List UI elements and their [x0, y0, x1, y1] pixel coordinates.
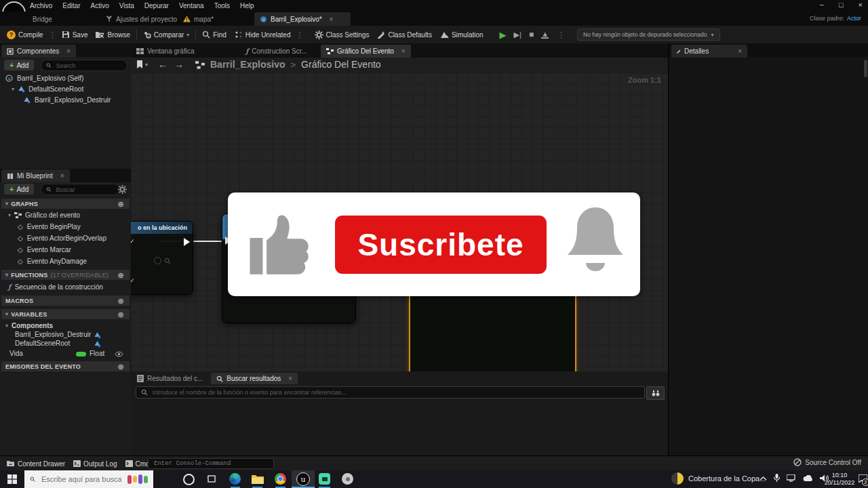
taskbar-search-input[interactable]: [40, 474, 123, 484]
event-row-overlap[interactable]: ◇ Evento ActorBeginOverlap: [18, 235, 106, 242]
eject-button[interactable]: ▲: [541, 31, 549, 39]
details-scrollbar[interactable]: [864, 60, 867, 77]
menu-item-ventana[interactable]: Ventana: [179, 2, 204, 9]
taskbar-search-box[interactable]: [24, 470, 153, 488]
add-dispatcher-icon[interactable]: ⊕: [118, 363, 124, 371]
save-button[interactable]: Save: [58, 27, 92, 42]
components-add-button[interactable]: + Add: [4, 60, 34, 70]
frame-skip-button[interactable]: ▶|: [514, 30, 521, 39]
onedrive-cloud-icon[interactable]: [803, 475, 813, 482]
tab-event-graph[interactable]: Gráfico Del Evento ×: [321, 45, 411, 58]
my-blueprint-add-button[interactable]: + Add: [4, 184, 34, 195]
menu-item-vista[interactable]: Vista: [119, 2, 134, 9]
menu-item-activo[interactable]: Activo: [90, 2, 108, 9]
file-explorer-icon[interactable]: [252, 474, 264, 484]
tab-find-results[interactable]: Buscar resultados ×: [211, 373, 298, 384]
expand-caret-icon[interactable]: ▾: [8, 212, 11, 218]
menu-item-editar[interactable]: Editar: [62, 2, 80, 9]
var-row-destruir[interactable]: Barril_Explosivo_Destruir: [15, 331, 127, 338]
start-button-icon[interactable]: [7, 474, 17, 484]
nav-back-icon[interactable]: ←: [158, 59, 167, 70]
my-blueprint-close-icon[interactable]: ×: [60, 172, 64, 180]
expand-caret-icon[interactable]: ▾: [5, 323, 8, 329]
eye-icon[interactable]: [115, 351, 123, 357]
details-panel-tab[interactable]: Detalles ×: [671, 45, 747, 58]
expand-caret-icon[interactable]: ▾: [12, 86, 14, 92]
tab-close-icon[interactable]: ×: [401, 47, 406, 55]
tab-construction-script[interactable]: ƒ Construction Scr...: [243, 45, 310, 58]
clock-date[interactable]: 20/11/2022: [822, 479, 857, 487]
add-graph-icon[interactable]: ⊕: [118, 200, 124, 209]
filter-gear-icon[interactable]: [118, 185, 127, 194]
tree-row-destruir[interactable]: Barril_Explosivo_Destruir: [23, 96, 111, 104]
my-blueprint-search[interactable]: [41, 184, 119, 195]
event-row-anydamage[interactable]: ◇ Evento AnyDamage: [18, 258, 87, 265]
bookmark-icon[interactable]: [136, 60, 143, 69]
find-button[interactable]: Find: [198, 27, 230, 42]
breadcrumb-root[interactable]: Barril_Explosivo: [210, 59, 285, 70]
construction-script-row[interactable]: ƒ Secuencia de la construcción: [8, 283, 103, 291]
tab-bridge[interactable]: Bridge: [27, 12, 58, 26]
tab-blueprint-barril-explosivo[interactable]: u Barril_Explosivo* ×: [254, 12, 351, 26]
epic-app-icon[interactable]: [342, 473, 353, 485]
source-control-label[interactable]: Source Control Off: [805, 459, 861, 466]
hide-unrelated-kebab-icon[interactable]: ⋮: [295, 30, 305, 39]
variables-section-header[interactable]: ▾VARIABLES ⊕: [1, 309, 130, 319]
components-search[interactable]: [41, 60, 127, 71]
menu-item-help[interactable]: Help: [240, 2, 254, 9]
menu-item-archivo[interactable]: Archivo: [30, 2, 52, 9]
window-maximize-button[interactable]: □: [839, 1, 844, 9]
browse-button[interactable]: Browse: [92, 27, 134, 42]
tab-project-settings[interactable]: Ajustes del proyecto: [100, 12, 182, 26]
tab-map[interactable]: mapa*: [178, 12, 219, 26]
menu-item-depurar[interactable]: Depurar: [144, 2, 169, 9]
compare-button[interactable]: Comparar ▾: [139, 27, 193, 42]
play-button[interactable]: ▶: [500, 30, 507, 40]
play-options-kebab-icon[interactable]: ⋮: [556, 30, 566, 39]
subscribe-button[interactable]: Suscribete: [335, 216, 547, 274]
edge-icon[interactable]: [229, 473, 241, 485]
tab-viewport[interactable]: Ventana gráfica: [134, 45, 197, 58]
content-drawer-button[interactable]: Content Drawer: [3, 456, 69, 471]
window-minimize-button[interactable]: −: [819, 1, 823, 9]
details-close-icon[interactable]: ×: [738, 47, 742, 55]
tree-row-scene-root[interactable]: ▾ DefaultSceneRoot: [12, 85, 83, 93]
tab-compiler-results[interactable]: Resultados del c...: [134, 373, 205, 384]
tab-close-icon[interactable]: ×: [330, 16, 334, 23]
clock-time[interactable]: 10:10: [822, 472, 857, 479]
find-references-input[interactable]: [151, 388, 639, 396]
tab-close-icon[interactable]: ×: [288, 375, 292, 382]
chrome-icon[interactable]: [275, 473, 286, 485]
class-defaults-button[interactable]: Class Defaults: [373, 27, 435, 42]
menu-item-tools[interactable]: Tools: [214, 2, 230, 9]
event-row-marcar[interactable]: ◇ Evento Marcar: [18, 246, 71, 253]
add-variable-icon[interactable]: ⊕: [118, 310, 124, 319]
stop-button[interactable]: ■: [529, 30, 534, 39]
microphone-icon[interactable]: [774, 474, 780, 483]
add-macro-icon[interactable]: ⊕: [118, 297, 124, 306]
news-widget[interactable]: Cobertura de la Copa...: [671, 472, 766, 485]
display-network-icon[interactable]: [787, 474, 796, 482]
exec-out-pin[interactable]: [184, 238, 190, 246]
window-close-button[interactable]: ×: [859, 1, 863, 9]
tray-expand-icon[interactable]: [760, 476, 767, 481]
output-log-button[interactable]: Output Log: [69, 456, 121, 471]
class-settings-button[interactable]: Class Settings: [311, 27, 374, 42]
macros-section-header[interactable]: MACROS ⊕: [1, 296, 130, 306]
bookmark-chevron-icon[interactable]: ▾: [145, 62, 148, 68]
nav-forward-icon[interactable]: →: [174, 59, 184, 70]
event-graph-row[interactable]: ▾ Gráfico del evento: [8, 211, 80, 219]
my-blueprint-panel-tab[interactable]: Mi Blueprint ×: [1, 169, 70, 182]
task-view-icon[interactable]: [207, 474, 216, 483]
global-find-button[interactable]: [646, 386, 665, 400]
cortana-icon[interactable]: [183, 474, 195, 485]
var-row-vida[interactable]: Vida Float: [9, 350, 126, 359]
components-close-icon[interactable]: ×: [66, 47, 71, 55]
notification-center-icon[interactable]: 2: [859, 474, 867, 484]
node-play-sound-at-location[interactable]: o en la ubicación ✓ ✓: [131, 221, 193, 295]
my-blueprint-search-input[interactable]: [55, 186, 114, 194]
compile-options-kebab-icon[interactable]: ⋮: [47, 30, 58, 39]
components-search-input[interactable]: [55, 62, 122, 70]
tree-row-self[interactable]: u Barril_Explosivo (Self): [5, 75, 83, 82]
find-references-search[interactable]: [136, 386, 645, 399]
